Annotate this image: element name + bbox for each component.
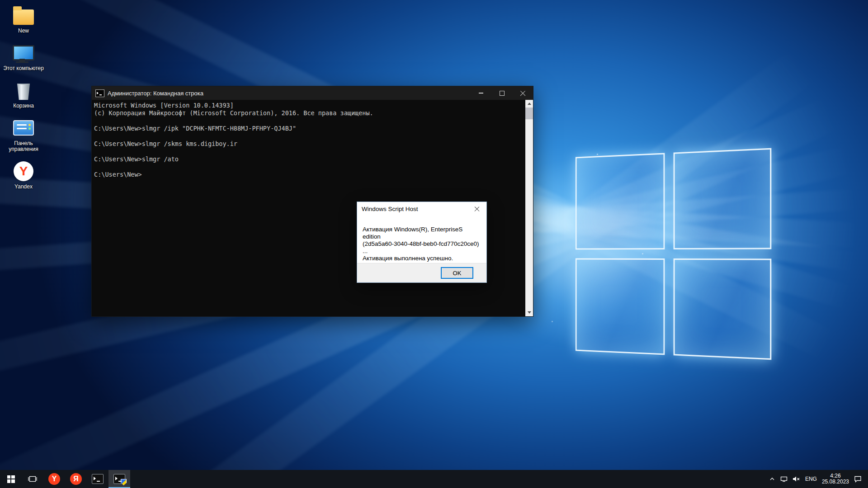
desktop-icon-label: Этот компьютер xyxy=(3,66,44,71)
scroll-down-button[interactable] xyxy=(525,309,533,316)
action-center-icon xyxy=(854,475,862,483)
start-button[interactable] xyxy=(0,470,22,488)
windows-logo-pane xyxy=(576,153,665,249)
maximize-icon xyxy=(500,91,505,96)
ok-button[interactable]: OK xyxy=(441,267,473,279)
cmd-line: C:\Users\New>slmgr /ato xyxy=(94,155,525,163)
desktop-icon-control-panel[interactable]: Панель управления xyxy=(3,117,44,152)
cmd-titlebar[interactable]: Администратор: Командная строка xyxy=(92,86,533,100)
scroll-up-button[interactable] xyxy=(525,100,533,108)
wsh-dialog-titlebar[interactable]: Windows Script Host xyxy=(357,202,486,216)
dialog-message-line: Активация Windows(R), EnterpriseS editio… xyxy=(363,226,481,240)
taskbar: Y Я xyxy=(0,470,868,488)
folder-icon xyxy=(13,5,34,26)
wsh-dialog: Windows Script Host Активация Windows(R)… xyxy=(357,202,487,283)
windows-logo-pane xyxy=(674,148,772,249)
system-tray: ENG 4:26 25.08.2023 xyxy=(769,470,868,488)
volume-muted-icon xyxy=(793,476,800,482)
task-view-button[interactable] xyxy=(22,470,43,488)
cmd-line xyxy=(94,132,525,140)
cmd-line: C:\Users\New> xyxy=(94,171,525,178)
taskbar-cmd-admin-button[interactable] xyxy=(108,470,130,488)
desktop-icon-yandex[interactable]: Y Yandex xyxy=(3,160,44,190)
uac-shield-icon xyxy=(121,479,127,485)
wsh-dialog-message: Активация Windows(R), EnterpriseS editio… xyxy=(357,216,486,262)
close-icon xyxy=(474,206,480,212)
desktop-icon-label: New xyxy=(18,28,29,34)
cmd-line xyxy=(94,117,525,125)
cmd-line: Microsoft Windows [Version 10.0.14393] xyxy=(94,102,525,109)
admin-cmd-icon xyxy=(113,474,125,484)
desktop-icon-label: Панель управления xyxy=(3,141,44,152)
yandex-ru-icon: Я xyxy=(70,473,82,485)
volume-button[interactable] xyxy=(793,476,800,482)
display-tray-button[interactable] xyxy=(780,476,788,482)
cmd-line: C:\Users\New>slmgr /skms kms.digiboy.ir xyxy=(94,140,525,148)
chevron-up-icon xyxy=(769,476,775,482)
cmd-line: (c) Корпорация Майкрософт (Microsoft Cor… xyxy=(94,109,525,117)
desktop-icon-label: Корзина xyxy=(13,103,34,109)
yandex-glyph: Y xyxy=(14,161,33,181)
desktop-icon-label: Yandex xyxy=(14,184,33,190)
minimize-icon xyxy=(479,93,483,93)
windows-logo-pane xyxy=(674,258,772,360)
desktop-icon-this-pc[interactable]: Этот компьютер xyxy=(3,42,44,71)
scroll-down-icon xyxy=(528,311,531,314)
scroll-up-icon xyxy=(528,103,531,105)
display-icon xyxy=(780,476,788,482)
cmd-icon xyxy=(95,89,104,97)
dialog-close-button[interactable] xyxy=(467,202,486,216)
desktop: New Этот компьютер Корзина Панель управл… xyxy=(0,0,868,488)
windows-start-icon xyxy=(7,475,15,483)
cmd-window-title: Администратор: Командная строка xyxy=(108,90,203,97)
hidden-icons-button[interactable] xyxy=(769,476,775,482)
yandex-icon: Y xyxy=(14,160,33,182)
taskbar-yandex-browser-button[interactable]: Y xyxy=(43,470,65,488)
control-panel-icon xyxy=(13,117,34,139)
desktop-icon-column: New Этот компьютер Корзина Панель управл… xyxy=(3,5,44,190)
clock[interactable]: 4:26 25.08.2023 xyxy=(822,473,849,485)
cmd-line xyxy=(94,148,525,155)
windows-logo-pane xyxy=(576,258,665,355)
cmd-line: C:\Users\New>slmgr /ipk "DCPHK-NFMTC-H88… xyxy=(94,125,525,132)
tray-date: 25.08.2023 xyxy=(822,479,849,485)
yandex-browser-icon: Y xyxy=(48,473,60,485)
dialog-message-line: (2d5a5a60-3040-48bf-beb0-fcd770c20ce0) .… xyxy=(363,240,481,255)
taskbar-terminal-button[interactable] xyxy=(87,470,108,488)
scrollbar[interactable] xyxy=(525,100,533,316)
terminal-icon xyxy=(92,474,104,484)
computer-icon xyxy=(13,42,34,64)
minimize-button[interactable] xyxy=(471,86,491,100)
cmd-line xyxy=(94,163,525,171)
wsh-dialog-footer: OK xyxy=(357,263,486,282)
action-center-button[interactable] xyxy=(854,475,862,483)
task-view-icon xyxy=(28,475,38,483)
wsh-dialog-title: Windows Script Host xyxy=(362,206,418,212)
windows-logo xyxy=(576,148,771,360)
scrollbar-thumb[interactable] xyxy=(525,108,533,119)
dialog-message-line: Активация выполнена успешно. xyxy=(363,255,481,262)
language-indicator[interactable]: ENG xyxy=(805,476,817,482)
desktop-icon-new-folder[interactable]: New xyxy=(3,5,44,34)
recycle-bin-icon xyxy=(16,80,31,101)
close-icon xyxy=(520,90,526,96)
desktop-icon-recycle-bin[interactable]: Корзина xyxy=(3,80,44,109)
maximize-button[interactable] xyxy=(491,86,512,100)
taskbar-yandex-ru-button[interactable]: Я xyxy=(65,470,87,488)
window-controls xyxy=(471,86,533,100)
close-button[interactable] xyxy=(512,86,533,100)
